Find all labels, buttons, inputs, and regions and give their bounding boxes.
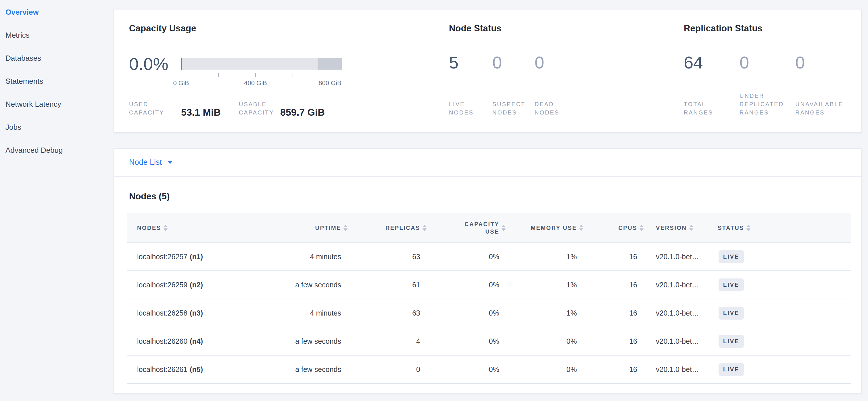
version-cell: v20.1.0-bet… bbox=[646, 327, 712, 355]
nodes-table-body: localhost:26257 (n1) 4 minutes 63 0% 1% … bbox=[127, 243, 851, 384]
status-badge: LIVE bbox=[718, 279, 744, 291]
cpus-cell: 16 bbox=[586, 299, 646, 327]
axis-tick bbox=[255, 73, 256, 77]
total-ranges-count: 64 bbox=[684, 54, 703, 71]
sort-icon bbox=[501, 225, 505, 231]
status-cell: LIVE bbox=[712, 243, 851, 270]
replicas-cell: 63 bbox=[350, 299, 429, 327]
sort-icon bbox=[423, 225, 427, 231]
node-address-link[interactable]: localhost:26259 bbox=[137, 281, 187, 289]
capacity-bar-chart: 0 GiB 400 GiB 800 GiB bbox=[181, 58, 342, 95]
node-status-title: Node Status bbox=[449, 23, 501, 34]
uptime-cell: a few seconds bbox=[279, 355, 350, 383]
memory-use-cell: 1% bbox=[508, 243, 586, 270]
capacity-usage-title: Capacity Usage bbox=[129, 23, 196, 34]
column-header-nodes[interactable]: NODES bbox=[127, 213, 279, 243]
version-cell: v20.1.0-bet… bbox=[646, 355, 712, 383]
sidebar: Overview Metrics Databases Statements Ne… bbox=[0, 1, 114, 162]
suspect-nodes-label: SUSPECT NODES bbox=[492, 100, 535, 117]
dead-nodes-label: DEAD NODES bbox=[535, 100, 576, 117]
live-nodes-count: 5 bbox=[449, 54, 459, 71]
uptime-cell: 4 minutes bbox=[279, 243, 350, 270]
sidebar-item-overview[interactable]: Overview bbox=[0, 1, 114, 24]
sidebar-item-network-latency[interactable]: Network Latency bbox=[0, 93, 114, 116]
capacity-used-percent: 0.0% bbox=[129, 56, 168, 73]
node-cell: localhost:26260 (n4) bbox=[127, 327, 279, 355]
node-id: (n5) bbox=[190, 365, 203, 374]
column-header-memory-use[interactable]: MEMORY USE bbox=[508, 213, 586, 243]
usable-capacity-value: 859.7 GiB bbox=[280, 107, 325, 118]
status-badge: LIVE bbox=[718, 250, 744, 263]
caret-down-icon[interactable] bbox=[167, 161, 173, 164]
node-cell: localhost:26259 (n2) bbox=[127, 271, 279, 298]
column-header-version[interactable]: VERSION bbox=[646, 213, 712, 243]
sort-icon bbox=[746, 225, 750, 231]
nodes-count-heading: Nodes (5) bbox=[129, 191, 169, 202]
status-cell: LIVE bbox=[712, 299, 851, 327]
column-header-status[interactable]: STATUS bbox=[712, 213, 851, 243]
axis-tick bbox=[292, 73, 293, 77]
node-address-link[interactable]: localhost:26257 bbox=[137, 253, 187, 261]
memory-use-cell: 1% bbox=[508, 299, 586, 327]
node-address-link[interactable]: localhost:26260 bbox=[137, 337, 187, 345]
node-cell: localhost:26258 (n3) bbox=[127, 299, 279, 327]
axis-label-0gib: 0 GiB bbox=[173, 79, 189, 87]
dead-nodes-count: 0 bbox=[535, 54, 544, 71]
column-header-cpus[interactable]: CPUS bbox=[586, 213, 646, 243]
uptime-cell: a few seconds bbox=[279, 327, 350, 355]
table-row: localhost:26258 (n3) 4 minutes 63 0% 1% … bbox=[127, 299, 851, 327]
suspect-nodes-count: 0 bbox=[492, 54, 502, 71]
table-row: localhost:26259 (n2) a few seconds 61 0%… bbox=[127, 271, 851, 299]
version-cell: v20.1.0-bet… bbox=[646, 271, 712, 298]
node-id: (n3) bbox=[190, 309, 203, 317]
capacity-use-cell: 0% bbox=[429, 327, 508, 355]
table-row: localhost:26257 (n1) 4 minutes 63 0% 1% … bbox=[127, 243, 851, 271]
sort-icon bbox=[343, 225, 347, 231]
sidebar-item-advanced-debug[interactable]: Advanced Debug bbox=[0, 139, 114, 162]
status-badge: LIVE bbox=[718, 363, 744, 376]
live-nodes-label: LIVE NODES bbox=[449, 100, 491, 117]
node-address-link[interactable]: localhost:26261 bbox=[137, 365, 187, 374]
node-id: (n1) bbox=[190, 253, 203, 261]
capacity-bar-used-marker bbox=[181, 58, 182, 69]
sidebar-item-metrics[interactable]: Metrics bbox=[0, 24, 114, 47]
sidebar-item-statements[interactable]: Statements bbox=[0, 69, 114, 93]
node-address-link[interactable]: localhost:26258 bbox=[137, 309, 187, 317]
sort-icon bbox=[689, 225, 693, 231]
node-list-dropdown[interactable]: Node List bbox=[129, 158, 162, 167]
replicas-cell: 4 bbox=[350, 327, 429, 355]
cpus-cell: 16 bbox=[586, 243, 646, 270]
used-capacity-value: 53.1 MiB bbox=[181, 107, 221, 118]
replicas-cell: 61 bbox=[350, 271, 429, 298]
node-id: (n2) bbox=[190, 281, 203, 289]
node-id: (n4) bbox=[190, 337, 203, 345]
sort-icon bbox=[579, 225, 583, 231]
replicas-cell: 0 bbox=[350, 355, 429, 383]
sidebar-item-jobs[interactable]: Jobs bbox=[0, 116, 114, 139]
cpus-cell: 16 bbox=[586, 327, 646, 355]
node-cell: localhost:26257 (n1) bbox=[127, 243, 279, 270]
uptime-cell: a few seconds bbox=[279, 271, 350, 298]
axis-tick bbox=[218, 73, 219, 77]
status-cell: LIVE bbox=[712, 271, 851, 298]
capacity-use-cell: 0% bbox=[429, 355, 508, 383]
capacity-use-cell: 0% bbox=[429, 271, 508, 298]
column-header-capacity-use[interactable]: CAPACITY USE bbox=[429, 213, 508, 243]
capacity-use-cell: 0% bbox=[429, 243, 508, 270]
column-header-replicas[interactable]: REPLICAS bbox=[350, 213, 429, 243]
capacity-bar-track bbox=[181, 58, 342, 69]
uptime-cell: 4 minutes bbox=[279, 299, 350, 327]
page-root: { "colors": { "accent_blue": "#2f7bea", … bbox=[0, 0, 868, 401]
node-cell: localhost:26261 (n5) bbox=[127, 355, 279, 383]
axis-tick bbox=[181, 73, 181, 77]
memory-use-cell: 0% bbox=[508, 355, 586, 383]
status-cell: LIVE bbox=[712, 327, 851, 355]
status-badge: LIVE bbox=[718, 307, 744, 320]
column-header-uptime[interactable]: UPTIME bbox=[279, 213, 350, 243]
sidebar-item-databases[interactable]: Databases bbox=[0, 47, 114, 69]
sort-icon bbox=[640, 225, 644, 231]
capacity-bar-reserved-segment bbox=[318, 58, 342, 69]
axis-label-800gib: 800 GiB bbox=[318, 79, 341, 87]
replication-status-title: Replication Status bbox=[684, 23, 763, 34]
under-replicated-ranges-label: UNDER-REPLICATED RANGES bbox=[740, 92, 801, 117]
